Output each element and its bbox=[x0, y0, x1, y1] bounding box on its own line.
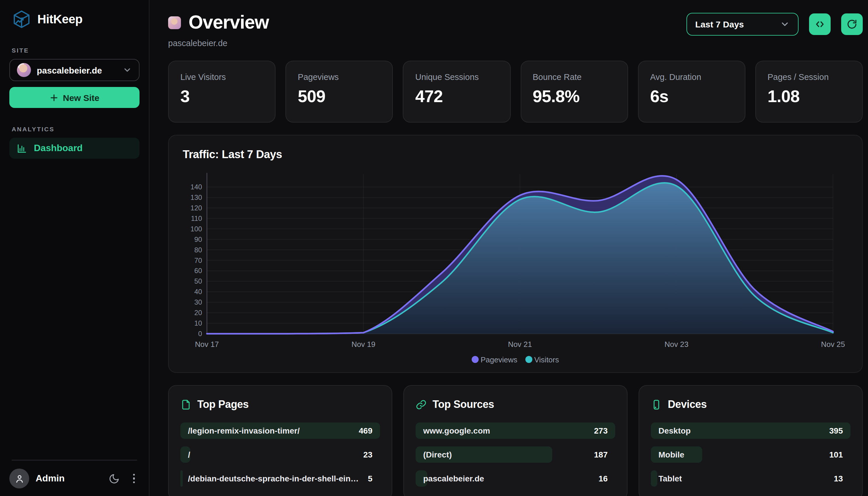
stat-card: Avg. Duration6s bbox=[638, 61, 745, 123]
list-item: Mobile101 bbox=[651, 446, 851, 463]
new-site-button[interactable]: New Site bbox=[9, 87, 140, 108]
list-item-value: 395 bbox=[824, 426, 851, 435]
page-title: Overview bbox=[188, 12, 269, 33]
site-selector[interactable]: pascalebeier.de bbox=[9, 59, 140, 81]
svg-text:30: 30 bbox=[195, 298, 202, 306]
svg-text:130: 130 bbox=[190, 193, 202, 201]
stat-label: Live Visitors bbox=[180, 72, 263, 82]
person-icon bbox=[14, 473, 25, 484]
list-item-value: 23 bbox=[359, 450, 380, 459]
refresh-icon bbox=[847, 19, 857, 30]
sidebar: HitKeep SITE pascalebeier.de New Site AN… bbox=[0, 0, 150, 496]
list-item-label: (Direct) bbox=[416, 450, 589, 459]
traffic-chart-card: Traffic: Last 7 Days 0102030405060708090… bbox=[168, 135, 863, 373]
svg-text:20: 20 bbox=[195, 309, 202, 316]
legend-label: Visitors bbox=[534, 355, 559, 364]
svg-text:Nov 19: Nov 19 bbox=[352, 340, 375, 348]
stats-row: Live Visitors3Pageviews509Unique Session… bbox=[168, 61, 863, 123]
site-favicon bbox=[168, 16, 181, 29]
user-name: Admin bbox=[36, 473, 99, 484]
stat-value: 1.08 bbox=[768, 87, 851, 106]
legend-item-visitors[interactable]: Visitors bbox=[525, 355, 559, 364]
smartphone-icon bbox=[651, 399, 662, 410]
svg-text:Nov 23: Nov 23 bbox=[665, 340, 688, 348]
panel-title: Top Pages bbox=[197, 399, 249, 411]
stat-label: Pageviews bbox=[298, 72, 381, 82]
user-menu[interactable]: Admin bbox=[9, 468, 140, 489]
list-item: /debian-deutsche-sprache-in-der-shell-ei… bbox=[180, 470, 380, 487]
stat-label: Bounce Rate bbox=[533, 72, 616, 82]
page-header: Overview pascalebeier.de Last 7 Days bbox=[168, 12, 863, 48]
svg-text:50: 50 bbox=[195, 277, 202, 285]
hitkeep-app: HitKeep SITE pascalebeier.de New Site AN… bbox=[0, 0, 868, 496]
legend-label: Pageviews bbox=[481, 355, 517, 364]
svg-text:90: 90 bbox=[195, 235, 202, 243]
stat-value: 472 bbox=[415, 87, 498, 106]
stat-value: 6s bbox=[650, 87, 733, 106]
svg-text:80: 80 bbox=[195, 246, 202, 254]
svg-text:140: 140 bbox=[190, 183, 202, 191]
refresh-button[interactable] bbox=[841, 13, 863, 35]
stat-card: Bounce Rate95.8% bbox=[521, 61, 628, 123]
list-item-value: 187 bbox=[589, 450, 615, 459]
list-item-value: 13 bbox=[829, 474, 851, 483]
svg-text:Nov 21: Nov 21 bbox=[508, 340, 532, 348]
site-avatar bbox=[17, 63, 31, 77]
main-content: Overview pascalebeier.de Last 7 Days Liv… bbox=[150, 0, 868, 496]
site-section-label: SITE bbox=[12, 47, 137, 54]
link-icon bbox=[416, 399, 427, 410]
svg-text:0: 0 bbox=[198, 330, 202, 338]
theme-toggle-button[interactable] bbox=[106, 470, 122, 486]
svg-text:10: 10 bbox=[195, 319, 202, 327]
sidebar-item-dashboard[interactable]: Dashboard bbox=[9, 138, 140, 159]
list-item-label: www.google.com bbox=[416, 426, 589, 435]
stat-label: Unique Sessions bbox=[415, 72, 498, 82]
bottom-panels: Top Pages /legion-remix-invasion-timer/4… bbox=[168, 385, 863, 496]
stat-label: Pages / Session bbox=[768, 72, 851, 82]
stat-label: Avg. Duration bbox=[650, 72, 733, 82]
list-item-value: 273 bbox=[589, 426, 615, 435]
chart-legend: PageviewsVisitors bbox=[183, 355, 848, 364]
list-item-value: 5 bbox=[363, 474, 380, 483]
list-item: Tablet13 bbox=[651, 470, 851, 487]
date-range-select[interactable]: Last 7 Days bbox=[686, 13, 799, 35]
list-item-value: 16 bbox=[594, 474, 615, 483]
list-item-label: /debian-deutsche-sprache-in-der-shell-ei… bbox=[180, 474, 363, 483]
legend-dot bbox=[525, 356, 532, 363]
legend-dot bbox=[472, 356, 479, 363]
panel-title: Top Sources bbox=[433, 399, 494, 411]
list-item-value: 101 bbox=[824, 450, 851, 459]
svg-text:120: 120 bbox=[190, 204, 202, 212]
list-item: www.google.com273 bbox=[416, 422, 615, 439]
top-sources-panel: Top Sources www.google.com273(Direct)187… bbox=[403, 385, 627, 496]
list-item: (Direct)187 bbox=[416, 446, 615, 463]
svg-text:Nov 17: Nov 17 bbox=[195, 340, 219, 348]
chevron-down-icon bbox=[780, 19, 790, 29]
stat-card: Unique Sessions472 bbox=[403, 61, 510, 123]
devices-panel: Devices Desktop395Mobile101Tablet13 bbox=[639, 385, 863, 496]
svg-text:100: 100 bbox=[190, 225, 202, 233]
analytics-section-label: ANALYTICS bbox=[12, 125, 137, 133]
legend-item-pageviews[interactable]: Pageviews bbox=[472, 355, 517, 364]
list-item-label: /legion-remix-invasion-timer/ bbox=[180, 426, 354, 435]
chart-title: Traffic: Last 7 Days bbox=[183, 148, 848, 161]
more-menu-button[interactable] bbox=[128, 471, 140, 486]
list-item: Desktop395 bbox=[651, 422, 851, 439]
list-item-label: / bbox=[180, 450, 359, 459]
chevron-down-icon bbox=[123, 65, 132, 75]
code-icon bbox=[814, 19, 825, 30]
stat-card: Pageviews509 bbox=[285, 61, 393, 123]
user-avatar bbox=[9, 468, 29, 489]
app-name: HitKeep bbox=[37, 12, 82, 26]
new-site-label: New Site bbox=[63, 93, 99, 103]
traffic-chart[interactable]: 0102030405060708090100110120130140Nov 17… bbox=[183, 169, 848, 352]
bar-chart-icon bbox=[16, 143, 28, 154]
embed-code-button[interactable] bbox=[809, 13, 831, 35]
file-icon bbox=[180, 399, 191, 410]
list-item-label: pascalebeier.de bbox=[416, 474, 594, 483]
page-subtitle: pascalebeier.de bbox=[168, 38, 686, 48]
svg-text:70: 70 bbox=[195, 257, 202, 264]
stat-value: 3 bbox=[180, 87, 263, 106]
svg-text:40: 40 bbox=[195, 288, 202, 296]
top-pages-panel: Top Pages /legion-remix-invasion-timer/4… bbox=[168, 385, 392, 496]
